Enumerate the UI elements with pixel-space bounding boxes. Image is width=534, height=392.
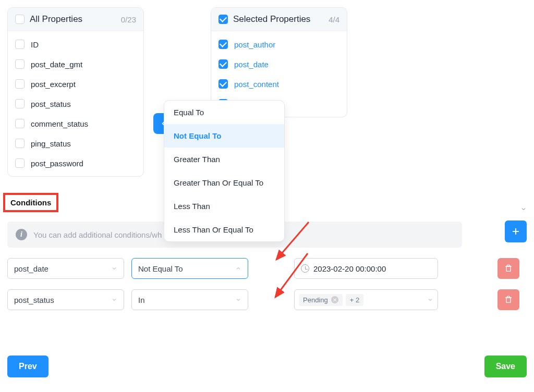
dropdown-option[interactable]: Less Than Or Equal To xyxy=(164,218,284,241)
item-label: post_date_gmt xyxy=(31,60,82,69)
item-checkbox[interactable] xyxy=(15,119,25,128)
list-item[interactable]: post_date_gmt xyxy=(8,54,143,74)
chevron-down-icon xyxy=(235,297,241,303)
all-properties-list: IDpost_date_gmtpost_excerptpost_statusco… xyxy=(8,31,143,176)
item-label: comment_status xyxy=(31,119,88,128)
list-item[interactable]: post_password xyxy=(8,153,143,173)
selected-properties-title: Selected Properties xyxy=(233,14,323,24)
item-checkbox[interactable] xyxy=(15,158,25,168)
section-collapse-icon[interactable] xyxy=(520,206,527,212)
svg-line-5 xyxy=(275,253,308,297)
all-properties-header: All Properties 0/23 xyxy=(8,8,143,31)
dropdown-option[interactable]: Less Than xyxy=(164,194,284,218)
multi-tag-more: + 2 xyxy=(346,294,363,306)
all-properties-count: 0/23 xyxy=(121,15,136,24)
add-condition-button[interactable] xyxy=(505,220,527,242)
item-checkbox[interactable] xyxy=(219,59,228,69)
item-label: post_password xyxy=(31,159,83,168)
list-item[interactable]: post_content xyxy=(211,74,347,94)
conditions-title: Conditions xyxy=(10,198,51,207)
condition-row: post_date Not Equal To 2023-02-20 00:00:… xyxy=(7,258,527,279)
item-label: post_author xyxy=(234,40,275,49)
item-label: post_status xyxy=(31,100,71,108)
item-checkbox[interactable] xyxy=(15,139,25,148)
item-checkbox[interactable] xyxy=(219,79,228,89)
remove-tag-icon[interactable]: ✕ xyxy=(331,296,338,303)
chevron-up-icon xyxy=(235,265,241,272)
item-checkbox[interactable] xyxy=(15,40,25,49)
dropdown-option[interactable]: Equal To xyxy=(164,101,284,124)
condition-field-select[interactable]: post_date xyxy=(7,258,124,279)
all-properties-title: All Properties xyxy=(30,14,116,24)
item-label: post_excerpt xyxy=(31,80,76,89)
list-item[interactable]: post_author xyxy=(211,34,347,54)
chevron-down-icon xyxy=(111,265,117,272)
item-label: ID xyxy=(31,40,39,49)
condition-operator-select[interactable]: In xyxy=(131,289,248,310)
list-item[interactable]: post_status xyxy=(8,94,143,114)
annotation-arrow xyxy=(270,250,312,302)
delete-condition-button[interactable] xyxy=(497,289,519,310)
condition-operator-value: In xyxy=(138,296,145,304)
dropdown-option[interactable]: Greater Than Or Equal To xyxy=(164,171,284,194)
svg-rect-2 xyxy=(506,266,511,271)
footer-actions: Prev Save xyxy=(7,356,527,377)
condition-date-input[interactable]: 2023-02-20 00:00:00 xyxy=(294,258,438,279)
svg-rect-3 xyxy=(506,298,511,302)
operator-dropdown[interactable]: Equal ToNot Equal ToGreater ThanGreater … xyxy=(164,100,285,242)
list-item[interactable]: ping_status xyxy=(8,133,143,153)
condition-row: post_status In Pending ✕ + 2 xyxy=(7,289,527,310)
item-checkbox[interactable] xyxy=(15,79,25,89)
all-properties-panel: All Properties 0/23 IDpost_date_gmtpost_… xyxy=(7,7,144,177)
conditions-highlight: Conditions xyxy=(3,193,58,212)
chevron-down-icon xyxy=(427,297,433,303)
select-all-selected-checkbox[interactable] xyxy=(219,15,228,24)
item-checkbox[interactable] xyxy=(15,99,25,108)
condition-field-value: post_date xyxy=(14,264,48,273)
condition-field-select[interactable]: post_status xyxy=(7,289,124,310)
item-checkbox[interactable] xyxy=(219,40,228,49)
delete-condition-button[interactable] xyxy=(497,258,519,279)
list-item[interactable]: comment_status xyxy=(8,114,143,133)
condition-operator-select[interactable]: Not Equal To xyxy=(131,258,248,279)
condition-field-value: post_status xyxy=(14,296,54,304)
dropdown-option[interactable]: Greater Than xyxy=(164,148,284,171)
selected-properties-header: Selected Properties 4/4 xyxy=(211,8,347,31)
chevron-down-icon xyxy=(111,297,117,303)
list-item[interactable]: post_excerpt xyxy=(8,74,143,94)
select-all-checkbox[interactable] xyxy=(15,15,25,24)
condition-multi-input[interactable]: Pending ✕ + 2 xyxy=(294,289,438,310)
save-button[interactable]: Save xyxy=(484,356,527,377)
item-label: post_content xyxy=(234,80,279,89)
prev-button[interactable]: Prev xyxy=(7,356,48,377)
list-item[interactable]: post_date xyxy=(211,54,347,74)
dropdown-option[interactable]: Not Equal To xyxy=(164,124,284,148)
condition-date-value: 2023-02-20 00:00:00 xyxy=(313,264,386,273)
item-label: ping_status xyxy=(31,139,71,148)
list-item[interactable]: ID xyxy=(8,34,143,54)
info-icon: i xyxy=(16,229,27,240)
item-checkbox[interactable] xyxy=(15,59,25,69)
condition-operator-value: Not Equal To xyxy=(138,264,183,273)
item-label: post_date xyxy=(234,60,269,69)
selected-properties-count: 4/4 xyxy=(329,15,339,24)
conditions-info-text: You can add additional conditions/wh xyxy=(33,230,162,239)
